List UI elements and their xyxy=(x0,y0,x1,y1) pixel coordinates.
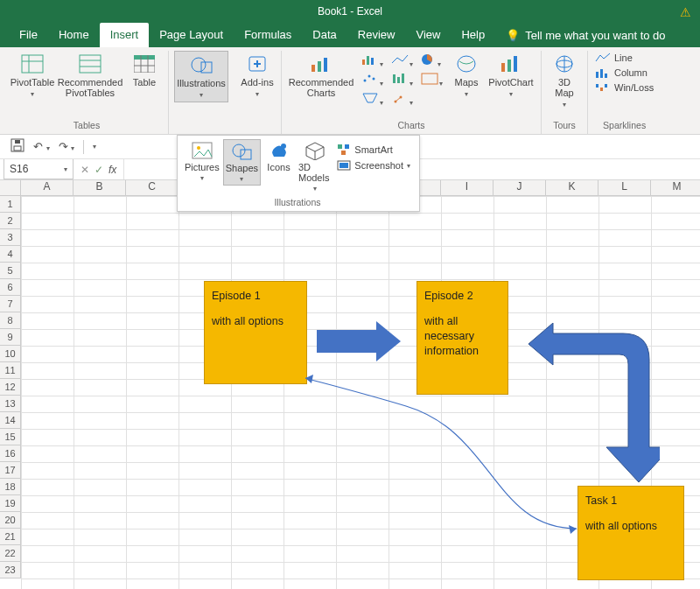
3d-map-button[interactable]: 3D Map ▾ xyxy=(547,51,582,111)
column-header[interactable]: K xyxy=(546,180,598,196)
column-header[interactable]: J xyxy=(494,180,546,196)
icons-button[interactable]: Icons xyxy=(262,139,295,174)
3d-models-button[interactable]: 3D Models ▾ xyxy=(297,139,333,194)
enter-icon[interactable]: ✓ xyxy=(94,164,103,176)
row-header[interactable]: 4 xyxy=(0,246,21,263)
combo-chart-icon[interactable]: ▾ xyxy=(387,89,416,109)
tab-insert[interactable]: Insert xyxy=(100,23,150,47)
svg-rect-29 xyxy=(422,74,438,84)
screenshot-icon xyxy=(337,159,351,172)
tab-home[interactable]: Home xyxy=(48,23,100,47)
row-header[interactable]: 21 xyxy=(0,529,21,545)
row-header[interactable]: 15 xyxy=(0,429,21,445)
recommended-charts-button[interactable]: Recommended Charts xyxy=(287,51,355,101)
row-header[interactable]: 5 xyxy=(0,263,21,279)
row-header[interactable]: 17 xyxy=(0,462,21,479)
tab-review[interactable]: Review xyxy=(347,23,406,47)
illustrations-dropdown-label: Illustrations xyxy=(183,194,412,207)
ribbon-group-addins: Add-ins ▾ xyxy=(234,51,282,134)
curved-connector[interactable] xyxy=(292,371,590,546)
row-header[interactable]: 1 xyxy=(0,196,21,213)
row-header[interactable]: 19 xyxy=(0,495,21,512)
sparkline-line-button[interactable]: Line xyxy=(593,51,655,65)
fx-icon[interactable]: fx xyxy=(108,164,116,176)
shape-task1[interactable]: Task 1 with all options xyxy=(578,486,684,580)
chevron-down-icon: ▾ xyxy=(256,90,259,98)
chevron-down-icon: ▾ xyxy=(64,165,67,173)
column-chart-icon[interactable]: ▾ xyxy=(387,70,416,89)
tab-data[interactable]: Data xyxy=(302,23,346,47)
column-header[interactable]: C xyxy=(126,180,178,196)
funnel-chart-icon[interactable]: ▾ xyxy=(357,89,387,109)
row-header[interactable]: 9 xyxy=(0,329,21,346)
row-header[interactable]: 7 xyxy=(0,296,21,312)
bar-chart-icon[interactable]: ▾ xyxy=(357,51,387,70)
column-header[interactable]: I xyxy=(441,180,494,196)
scatter-chart-icon[interactable]: ▾ xyxy=(357,70,387,89)
row-header[interactable]: 2 xyxy=(0,213,21,229)
row-header[interactable]: 11 xyxy=(0,362,21,379)
row-header[interactable]: 6 xyxy=(0,279,21,296)
column-header[interactable]: B xyxy=(74,180,126,196)
spreadsheet-grid[interactable]: A B C D E F G H I J K L M 1 2 3 4 5 6 7 … xyxy=(0,180,700,589)
arrow-shape-1[interactable] xyxy=(317,321,401,361)
redo-icon[interactable]: ↷ ▾ xyxy=(59,140,75,153)
row-header[interactable]: 3 xyxy=(0,229,21,246)
tab-formulas[interactable]: Formulas xyxy=(234,23,302,47)
row-header[interactable]: 14 xyxy=(0,412,21,429)
shapes-button[interactable]: Shapes ▾ xyxy=(223,139,261,186)
table-button[interactable]: Table xyxy=(126,51,163,101)
cube-icon xyxy=(304,141,326,160)
cells-area[interactable]: Episode 1 with all options Episode 2 wit… xyxy=(21,196,700,589)
screenshot-button[interactable]: Screenshot ▾ xyxy=(335,158,412,172)
svg-rect-35 xyxy=(501,63,505,72)
pivottable-button[interactable]: PivotTable ▾ xyxy=(10,51,54,101)
line-chart-icon[interactable]: ▾ xyxy=(387,51,416,70)
qat-customize-icon[interactable]: ▾ xyxy=(93,143,96,151)
tell-me-search[interactable]: 💡 Tell me what you want to do xyxy=(495,23,676,47)
column-header[interactable]: A xyxy=(21,180,74,196)
svg-rect-44 xyxy=(596,84,598,88)
pictures-button[interactable]: Pictures ▾ xyxy=(183,139,221,184)
sparkline-column-button[interactable]: Column xyxy=(593,66,655,80)
icons-icon xyxy=(269,141,290,160)
smartart-button[interactable]: SmartArt xyxy=(335,143,412,157)
maps-button[interactable]: Maps ▾ xyxy=(448,51,485,101)
pie-chart-icon[interactable]: ▾ xyxy=(416,51,444,70)
pivotchart-button[interactable]: PivotChart ▾ xyxy=(486,51,536,101)
map-icon xyxy=(454,53,479,74)
recommended-pivottables-button[interactable]: Recommended PivotTables xyxy=(56,51,124,101)
recommended-pivottables-icon xyxy=(78,53,102,74)
row-header[interactable]: 18 xyxy=(0,479,21,495)
select-all-corner[interactable] xyxy=(0,180,21,196)
hierarchy-chart-icon[interactable]: ▾ xyxy=(416,70,446,89)
row-header[interactable]: 12 xyxy=(0,379,21,396)
recommended-charts-icon xyxy=(309,53,333,74)
row-header[interactable]: 10 xyxy=(0,346,21,362)
row-header[interactable]: 20 xyxy=(0,512,21,529)
ribbon-group-charts-label: Charts xyxy=(287,118,536,132)
save-icon[interactable] xyxy=(10,138,24,155)
cancel-icon[interactable]: ✕ xyxy=(80,164,89,176)
row-header[interactable]: 22 xyxy=(0,545,21,562)
shapes-icon xyxy=(230,142,253,161)
tab-page-layout[interactable]: Page Layout xyxy=(149,23,234,47)
row-header[interactable]: 8 xyxy=(0,312,21,329)
svg-marker-62 xyxy=(305,375,313,383)
column-header[interactable]: M xyxy=(651,180,700,196)
shape-episode1[interactable]: Episode 1 with all options xyxy=(204,281,307,384)
addins-button[interactable]: Add-ins ▾ xyxy=(239,51,276,101)
tab-help[interactable]: Help xyxy=(451,23,495,47)
tab-file[interactable]: File xyxy=(9,23,48,47)
svg-rect-50 xyxy=(241,150,251,159)
tab-view[interactable]: View xyxy=(405,23,451,47)
column-header[interactable]: L xyxy=(598,180,651,196)
sparkline-winloss-button[interactable]: Win/Loss xyxy=(593,81,655,95)
illustrations-button[interactable]: Illustrations ▾ xyxy=(174,51,228,102)
row-header[interactable]: 16 xyxy=(0,445,21,462)
row-header[interactable]: 13 xyxy=(0,396,21,412)
shape-title: Episode 2 xyxy=(424,289,500,304)
row-header[interactable]: 23 xyxy=(0,562,21,578)
name-box[interactable]: S16 ▾ xyxy=(4,159,74,179)
undo-icon[interactable]: ↶ ▾ xyxy=(33,140,50,153)
